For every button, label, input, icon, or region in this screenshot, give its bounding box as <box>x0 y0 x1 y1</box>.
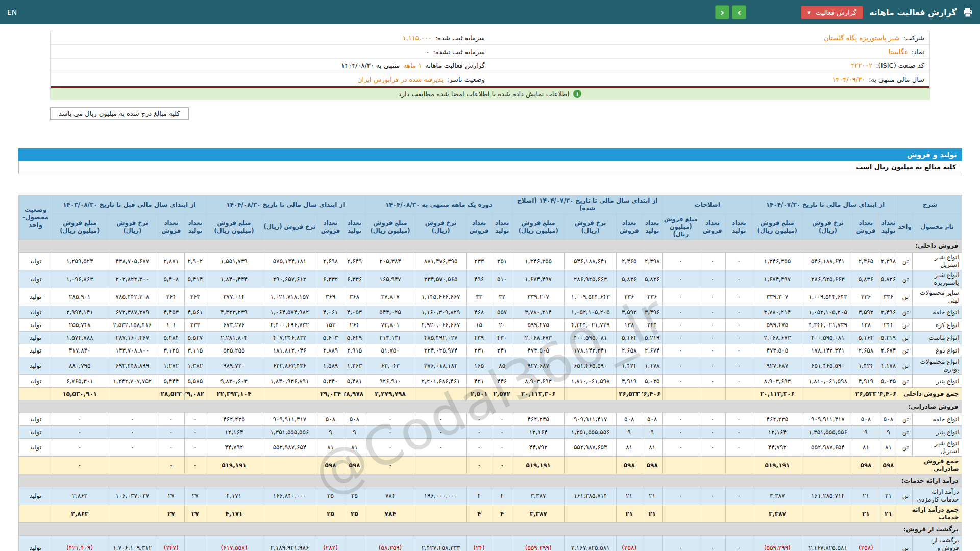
value-cell: ۹۲۶,۹۱۰ <box>365 375 415 388</box>
value-cell: ۰ <box>365 426 415 439</box>
company-field: شرکت: شیر پاستوریزه پگاه گلستان <box>490 32 929 44</box>
status-cell: تولید <box>18 306 53 319</box>
value-cell: ۵۰۸ <box>344 413 365 426</box>
value-cell: ۵,۲۱۹ <box>878 332 898 344</box>
value-cell: ۳,۳۸۷ <box>752 487 802 505</box>
value-cell: ۵۱۰ <box>492 270 512 288</box>
column-header: مبلغ فروش (میلیون ریال) <box>53 214 107 240</box>
value-cell: ۰ <box>726 270 752 288</box>
row-label: انواع پنیر <box>913 375 962 388</box>
value-cell: ۲۸,۵۲۲ <box>158 388 184 400</box>
product-row: انواع پنیرتن۹۹۱,۳۵۱,۵۵۵,۵۵۶۱۲,۱۶۴۰۰۰۹۹۱,… <box>18 426 962 439</box>
value-cell: ۰ <box>663 319 699 332</box>
value-cell: ۲۳۱ <box>467 344 492 357</box>
value-cell: ۲۱ <box>853 487 878 505</box>
nav-forward-button[interactable]: › <box>732 5 746 19</box>
fiscal-year-value: ۱۴۰۴/۰۹/۳۰ <box>832 76 865 83</box>
value-cell <box>699 388 726 400</box>
value-cell: ۵۲۵,۲۵۵ <box>206 344 262 357</box>
value-cell: ۲۶,۵۳۳ <box>853 388 878 400</box>
sum-row: جمع درآمد ارائه خدمات۲۱۲۱۳,۳۸۷۲۱۲۱۳,۳۸۷۴… <box>18 505 962 523</box>
value-cell: ۱,۰۰۹,۵۴۴,۶۴۳ <box>802 288 853 306</box>
value-cell: ۲۸,۹۷۸ <box>344 388 365 400</box>
value-cell: ۴,۹۱۹ <box>617 375 642 388</box>
row-label: انواع شیر پاستوریزه <box>913 270 962 288</box>
value-cell: ۲۰۵,۳۸۴ <box>365 253 415 270</box>
value-cell: (۲۴۷) <box>158 536 184 551</box>
unit-cell: تن <box>898 306 913 319</box>
info-row: کد صنعت (ISIC): ۴۲۲۰۰۲ گزارش فعالیت ماها… <box>51 59 929 72</box>
value-cell: ۸۸۰,۷۹۵ <box>53 357 107 375</box>
value-cell <box>726 505 752 523</box>
column-header: مبلغ فروش (میلیون ریال) <box>752 214 802 240</box>
value-cell: ۶,۷۶۵,۳۰۱ <box>53 375 107 388</box>
column-group-header: اصلاحات <box>663 195 752 214</box>
value-cell <box>878 536 898 551</box>
value-cell: ۶۹۲,۴۴۸,۸۹۹ <box>107 357 158 375</box>
value-cell: ۰ <box>53 439 107 457</box>
value-cell: ۰ <box>492 413 512 426</box>
report-type-dropdown[interactable]: گزارش فعالیت ▾ <box>801 6 863 19</box>
value-cell: ۴,۳۴۴,۰۲۱,۷۳۹ <box>565 319 617 332</box>
value-cell: ۶,۳۳۶ <box>344 270 365 288</box>
value-cell: ۵,۸۲۶ <box>878 270 898 288</box>
row-label: انواع پنیر <box>913 426 962 439</box>
value-cell: ۱,۲۶۳ <box>344 357 365 375</box>
unit-cell: تن <box>898 357 913 375</box>
printer-icon[interactable] <box>963 7 973 17</box>
unregistered-capital-value: ۰ <box>426 48 430 56</box>
value-cell: ۴۰۰,۵۹۵,۰۸۱ <box>565 332 617 344</box>
row-label: انواع کره <box>913 319 962 332</box>
value-cell: ۵۹۹,۴۷۵ <box>752 319 802 332</box>
value-cell: ۴۶۸ <box>467 306 492 319</box>
value-cell: ۲۱۳,۱۳۱ <box>365 332 415 344</box>
product-row: انواع محصولات پودریتن۱,۱۷۸۱,۴۲۴۶۵۱,۴۶۵,۵… <box>18 357 962 375</box>
value-cell: ۲۶,۴۰۶ <box>642 388 663 400</box>
row-label: انواع شیر استریل <box>913 253 962 270</box>
value-cell: ۱,۳۴۶,۳۵۵ <box>512 253 565 270</box>
section-title-bar: تولید و فروش <box>18 148 962 161</box>
value-cell: ۱,۶۷۴,۴۹۷ <box>512 270 565 288</box>
report-table-body: فروش داخلی:انواع شیر استریلتن۲,۳۹۸۲,۴۶۵۵… <box>18 240 962 551</box>
value-cell: ۲۹,۰۳۴ <box>317 388 344 400</box>
column-header: تعداد تولید <box>492 214 512 240</box>
value-cell: ۴۴,۷۹۲ <box>512 439 565 457</box>
value-cell: ۴۷۳,۵۰۵ <box>752 344 802 357</box>
value-cell: ۱,۳۵۱,۵۵۵,۵۵۶ <box>565 426 617 439</box>
value-cell: ۲,۹۱۵ <box>344 344 365 357</box>
value-cell: ۲,۶۹۸ <box>317 253 344 270</box>
symbol-label: نماد: <box>912 48 924 56</box>
value-cell <box>699 457 726 474</box>
value-cell: ۲۷ <box>158 487 184 505</box>
value-cell: ۸۱ <box>642 439 663 457</box>
value-cell: ۳۳۶ <box>853 288 878 306</box>
value-cell: (۵۸,۲۵۹) <box>365 536 415 551</box>
value-cell: ۰ <box>467 426 492 439</box>
value-cell: ۰ <box>726 253 752 270</box>
value-cell <box>699 505 726 523</box>
value-cell: ۰ <box>415 426 467 439</box>
value-cell: ۵۰۸ <box>878 413 898 426</box>
value-cell: ۰ <box>158 439 184 457</box>
status-cell: تولید <box>18 332 53 344</box>
value-cell: ۲۰ <box>492 319 512 332</box>
value-cell: ۰ <box>726 536 752 551</box>
value-cell: ۵۵۲,۹۸۷,۶۵۴ <box>565 439 617 457</box>
value-cell: ۴,۹۲۰,۰۶۶,۶۶۷ <box>415 319 467 332</box>
unit-cell: تن <box>898 344 913 357</box>
value-cell: ۵۹۸ <box>617 457 642 474</box>
row-label: انواع محصولات پودری <box>913 357 962 375</box>
language-toggle[interactable]: EN <box>7 8 17 16</box>
value-cell: ۰ <box>365 439 415 457</box>
info-icon: i <box>573 90 581 98</box>
value-cell: ۲۵۱ <box>492 253 512 270</box>
value-cell: ۱,۱۷۸ <box>642 357 663 375</box>
value-cell <box>492 536 512 551</box>
value-cell: ۸۱ <box>617 439 642 457</box>
value-cell: ۲,۱۸۹,۹۲۱,۹۸۶ <box>262 536 317 551</box>
value-cell <box>663 457 699 474</box>
nav-back-button[interactable]: ‹ <box>715 5 729 19</box>
value-cell: ۰ <box>53 457 107 474</box>
value-cell: ۱۶۵ <box>467 357 492 375</box>
value-cell: ۵,۶۴۹ <box>344 332 365 344</box>
